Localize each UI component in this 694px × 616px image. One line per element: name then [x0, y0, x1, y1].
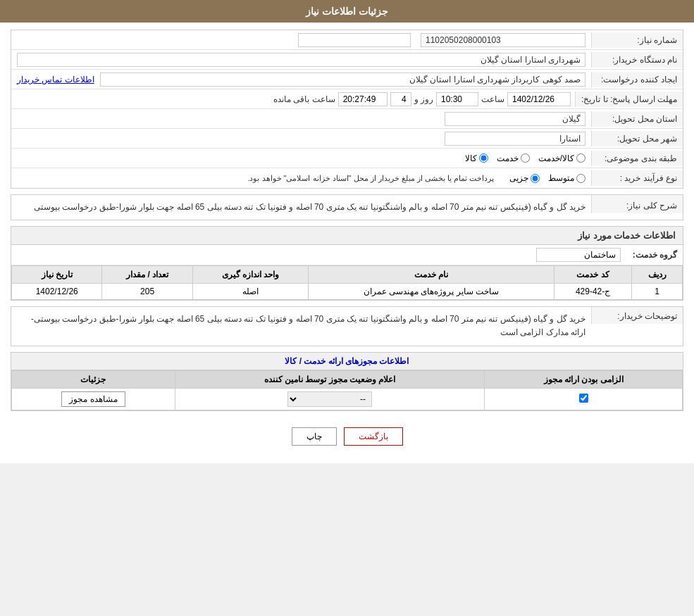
- mande-label: ساعت باقی مانده: [273, 94, 335, 104]
- saat-label: ساعت: [481, 94, 504, 104]
- ostan-value: گیلان: [11, 110, 591, 128]
- radio-kala[interactable]: [479, 153, 488, 163]
- services-title: اطلاعات خدمات مورد نیاز: [11, 227, 683, 245]
- shomara-label: شماره نیاز:: [591, 32, 683, 48]
- services-table: ردیف کد خدمت نام خدمت واحد اندازه گیری ت…: [11, 265, 683, 300]
- radio-motevaset[interactable]: [576, 174, 585, 183]
- ijad-value: صمد کوهی کاربرداز شهرداری استارا استان گ…: [11, 70, 591, 89]
- radio-khadamat[interactable]: [521, 153, 530, 163]
- col-unit: واحد اندازه گیری: [192, 266, 308, 284]
- col-date: تاریخ نیاز: [12, 266, 102, 284]
- permissions-section: اطلاعات مجوزهای ارائه خدمت / کالا الزامی…: [11, 352, 683, 411]
- row-name-dastgah: نام دستگاه خریدار: شهرداری استارا استان …: [11, 50, 683, 70]
- col-count: تعداد / مقدار: [102, 266, 192, 284]
- print-button[interactable]: چاپ: [292, 427, 337, 446]
- table-row: -- مشاهده مجوز: [12, 388, 683, 410]
- row-tabaqe: طبقه بندی موضوعی: کالا/خدمت خدمت کالا: [11, 149, 683, 168]
- farayand-label: نوع فرآیند خرید :: [591, 170, 683, 186]
- mohlat-inline: 1402/12/26 ساعت 10:30 روز و 4 20:27:49 س…: [11, 90, 575, 108]
- tarikh-inline: [11, 31, 415, 49]
- page-header: جزئیات اطلاعات نیاز: [0, 0, 694, 23]
- tabaqe-label: طبقه بندی موضوعی:: [591, 151, 683, 166]
- col-name: نام خدمت: [309, 266, 554, 284]
- name-dastgah-label: نام دستگاه خریدار:: [591, 52, 683, 68]
- shomara-box: 1102050208000103: [421, 33, 585, 47]
- page-title: جزئیات اطلاعات نیاز: [306, 6, 388, 17]
- grohe-row: گروه خدمت: ساختمان: [11, 245, 683, 265]
- mande-box: 20:27:49: [338, 92, 388, 106]
- ijad-label: ایجاد کننده درخواست:: [591, 72, 683, 87]
- services-section: اطلاعات خدمات مورد نیاز گروه خدمت: ساختم…: [11, 226, 683, 301]
- sharh-text: خرید گل و گیاه (فینیکس تنه نیم متر 70 اص…: [11, 195, 591, 220]
- farayand-radio-group: متوسط جزیی پرداخت تمام یا بخشی از مبلغ خ…: [11, 171, 591, 185]
- shomara-value: 1102050208000103: [415, 31, 591, 49]
- farayand-note: پرداخت تمام یا بخشی از مبلغ خریدار از مح…: [247, 174, 494, 183]
- buyer-desc-text: خرید گل و گیاه (فینیکس تنه نیم متر 70 اص…: [11, 307, 591, 345]
- name-dastgah-value: شهرداری استارا استان گیلان: [11, 51, 591, 69]
- top-form-section: شماره نیاز: 1102050208000103 نام دستگاه …: [11, 30, 683, 189]
- name-dastgah-box: شهرداری استارا استان گیلان: [17, 53, 585, 67]
- cell-radif: 1: [632, 284, 683, 300]
- row-mohlat: مهلت ارسال پاسخ: تا تاریخ: 1402/12/26 سا…: [11, 89, 683, 109]
- cell-count: 205: [102, 284, 192, 300]
- radio-jozi-item: جزیی: [509, 173, 540, 183]
- perm-col-status: اعلام وضعیت مجوز توسط نامین کننده: [175, 370, 485, 388]
- radio-kala-label: کالا: [465, 153, 477, 163]
- cell-required: [485, 388, 683, 410]
- grohe-value: ساختمان: [536, 248, 621, 262]
- shahr-value: استارا: [11, 130, 591, 148]
- ostan-label: استان محل تحویل:: [591, 111, 683, 127]
- saat-box: 10:30: [436, 92, 478, 106]
- view-permit-button[interactable]: مشاهده مجوز: [61, 391, 125, 407]
- tamas-link[interactable]: اطلاعات تماس خریدار: [17, 75, 94, 84]
- sharh-section: شرح کلی نیاز: خرید گل و گیاه (فینیکس تنه…: [11, 194, 683, 220]
- mohlat-label: مهلت ارسال پاسخ: تا تاریخ:: [575, 92, 683, 107]
- tarikh-box: [298, 33, 411, 47]
- radio-khadamat-item: خدمت: [497, 153, 530, 163]
- cell-status: --: [175, 388, 485, 410]
- radio-motevaset-item: متوسط: [548, 173, 585, 183]
- permissions-title: اطلاعات مجوزهای ارائه خدمت / کالا: [11, 353, 683, 370]
- radio-khadamat-label: خدمت: [497, 153, 519, 163]
- ijad-box: صمد کوهی کاربرداز شهرداری استارا استان گ…: [100, 73, 585, 87]
- row-ostan: استان محل تحویل: گیلان: [11, 109, 683, 129]
- radio-motevaset-label: متوسط: [548, 173, 574, 183]
- table-row: 1 ج-42-429 ساخت سایر پروژه‌های مهندسی عم…: [12, 284, 683, 300]
- cell-date: 1402/12/26: [12, 284, 102, 300]
- cell-unit: اصله: [192, 284, 308, 300]
- sharh-label: شرح کلی نیاز:: [591, 195, 683, 213]
- radio-jozi-label: جزیی: [509, 173, 528, 183]
- buyer-desc-section: توضیحات خریدار: خرید گل و گیاه (فینیکس ت…: [11, 306, 683, 346]
- row-shahr: شهر محل تحویل: استارا: [11, 129, 683, 149]
- col-radif: ردیف: [632, 266, 683, 284]
- shahr-box: استارا: [445, 132, 585, 146]
- ostan-box: گیلان: [445, 112, 585, 126]
- permissions-table: الزامی بودن ارائه مجوز اعلام وضعیت مجوز …: [11, 370, 683, 410]
- grohe-label: گروه خدمت:: [621, 250, 677, 260]
- tabaqe-radio-group: کالا/خدمت خدمت کالا: [11, 151, 591, 165]
- roz-label: روز و: [414, 94, 433, 104]
- cell-name: ساخت سایر پروژه‌های مهندسی عمران: [309, 284, 554, 300]
- col-code: کد خدمت: [554, 266, 632, 284]
- cell-code: ج-42-429: [554, 284, 632, 300]
- status-select[interactable]: --: [287, 391, 372, 407]
- radio-jozi[interactable]: [531, 174, 540, 183]
- row-shomara-tarikh: شماره نیاز: 1102050208000103: [11, 30, 683, 50]
- radio-kala-khadamat-item: کالا/خدمت: [538, 153, 585, 163]
- page-container: جزئیات اطلاعات نیاز شماره نیاز: 11020502…: [0, 0, 694, 463]
- back-button[interactable]: بازگشت: [344, 427, 403, 446]
- main-content: شماره نیاز: 1102050208000103 نام دستگاه …: [0, 23, 694, 463]
- radio-kala-item: کالا: [465, 153, 488, 163]
- buyer-desc-label: توضیحات خریدار:: [591, 307, 683, 324]
- shahr-label: شهر محل تحویل:: [591, 131, 683, 146]
- row-ijad: ایجاد کننده درخواست: صمد کوهی کاربرداز ش…: [11, 70, 683, 89]
- date-box: 1402/12/26: [507, 92, 571, 106]
- roz-box: 4: [390, 92, 411, 106]
- perm-col-details: جزئیات: [12, 370, 175, 388]
- cell-view: مشاهده مجوز: [12, 388, 175, 410]
- required-checkbox[interactable]: [579, 394, 588, 403]
- perm-col-required: الزامی بودن ارائه مجوز: [485, 370, 683, 388]
- radio-kala-khadamat-label: کالا/خدمت: [538, 153, 574, 163]
- bottom-buttons: بازگشت چاپ: [11, 417, 683, 456]
- radio-kala-khadamat[interactable]: [576, 153, 585, 163]
